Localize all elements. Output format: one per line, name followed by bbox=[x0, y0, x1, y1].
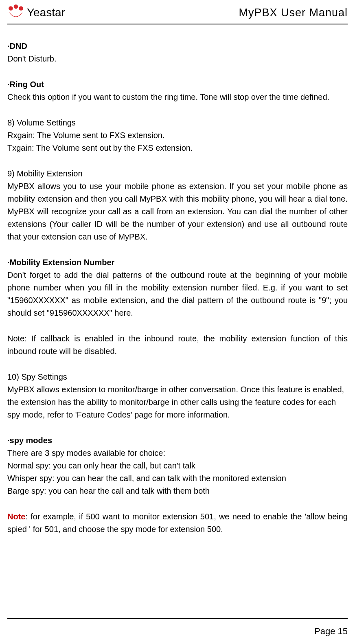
page-number: Page 15 bbox=[7, 626, 348, 637]
spy-mode-whisper: Whisper spy: you can hear the call, and … bbox=[7, 472, 348, 485]
spy-settings-description: MyPBX allows extension to monitor/barge … bbox=[7, 383, 348, 421]
spy-settings-heading: 10) Spy Settings bbox=[7, 371, 348, 383]
note-label: Note bbox=[7, 512, 25, 521]
dnd-heading: ·DND bbox=[7, 40, 348, 53]
document-page: Yeastar MyPBX User Manual ·DND Don't Dis… bbox=[0, 0, 355, 644]
page-footer: Page 15 bbox=[7, 618, 348, 637]
footer-divider bbox=[7, 618, 348, 619]
mobility-extension-description: MyPBX allows you to use your mobile phon… bbox=[7, 180, 348, 243]
mobility-number-heading: ·Mobility Extension Number bbox=[7, 256, 348, 269]
svg-point-0 bbox=[9, 6, 13, 11]
brand-name: Yeastar bbox=[27, 6, 65, 19]
volume-txgain: Txgain: The Volume sent out by the FXS e… bbox=[7, 142, 348, 154]
yeastar-logo-icon bbox=[7, 4, 24, 21]
spy-modes-intro: There are 3 spy modes available for choi… bbox=[7, 447, 348, 459]
mobility-number-description: Don't forget to add the dial patterns of… bbox=[7, 269, 348, 319]
spy-modes-heading: ·spy modes bbox=[7, 434, 348, 447]
dnd-description: Don't Disturb. bbox=[7, 53, 348, 65]
document-body: ·DND Don't Disturb. ·Ring Out Check this… bbox=[7, 40, 348, 536]
ring-out-description: Check this option if you want to custom … bbox=[7, 91, 348, 103]
brand-logo: Yeastar bbox=[7, 4, 65, 21]
svg-point-2 bbox=[19, 6, 23, 11]
mobility-extension-heading: 9) Mobility Extension bbox=[7, 167, 348, 180]
note-body: : for example, if 500 want to monitor ex… bbox=[7, 512, 348, 534]
volume-rxgain: Rxgain: The Volume sent to FXS extension… bbox=[7, 129, 348, 142]
spy-mode-normal: Normal spy: you can only hear the call, … bbox=[7, 459, 348, 472]
ring-out-heading: ·Ring Out bbox=[7, 78, 348, 91]
mobility-number-note: Note: If callback is enabled in the inbo… bbox=[7, 332, 348, 358]
svg-point-1 bbox=[14, 4, 18, 9]
spy-mode-barge: Barge spy: you can hear the call and tal… bbox=[7, 485, 348, 497]
page-header: Yeastar MyPBX User Manual bbox=[7, 0, 348, 23]
spy-note: Note: for example, if 500 want to monito… bbox=[7, 510, 348, 536]
volume-settings-heading: 8) Volume Settings bbox=[7, 116, 348, 129]
header-divider bbox=[7, 24, 348, 24]
document-title: MyPBX User Manual bbox=[239, 7, 348, 19]
